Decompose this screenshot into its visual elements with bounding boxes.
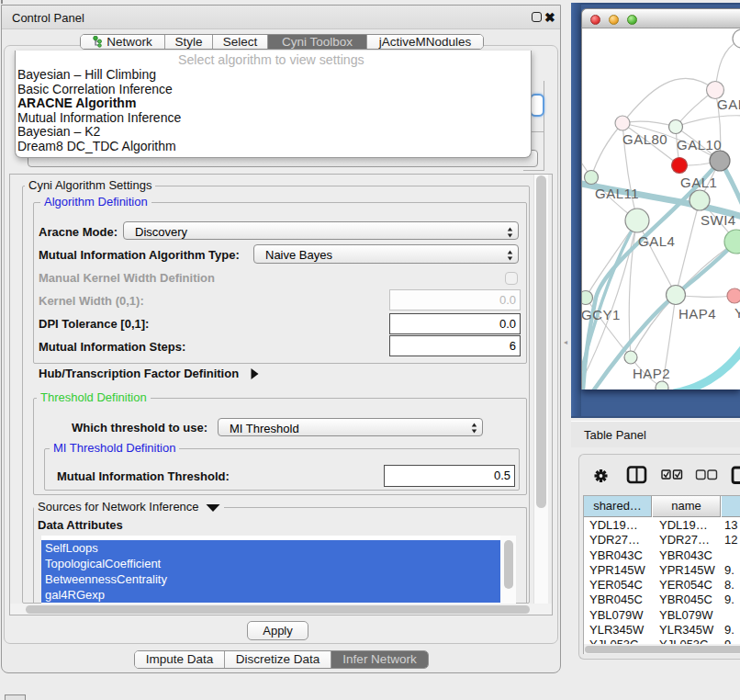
svg-text:SWI4: SWI4 xyxy=(701,212,736,228)
svg-text:GAL: GAL xyxy=(717,96,740,112)
svg-text:GAL1: GAL1 xyxy=(680,175,717,190)
svg-text:HAP4: HAP4 xyxy=(678,306,716,322)
svg-text:GAL10: GAL10 xyxy=(677,137,722,152)
svg-text:GCY1: GCY1 xyxy=(582,307,621,322)
svg-text:GAL4: GAL4 xyxy=(638,233,675,249)
svg-text:Y: Y xyxy=(734,305,740,321)
svg-text:GAL11: GAL11 xyxy=(595,186,639,201)
svg-text:GAL80: GAL80 xyxy=(622,131,667,147)
svg-text:HAP2: HAP2 xyxy=(633,366,670,381)
